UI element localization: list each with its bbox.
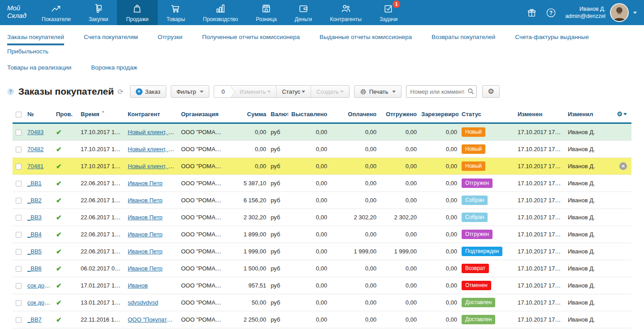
col-header-izmenen[interactable]: Изменен <box>514 106 565 123</box>
nav-item-wallet[interactable]: Деньги <box>285 0 321 25</box>
order-number-link[interactable]: _ВВ5 <box>27 248 42 255</box>
order-number-link[interactable]: _ВВ7 <box>27 316 42 323</box>
row-checkbox[interactable] <box>16 317 22 323</box>
table-row[interactable]: сок добр...✔13.01.2017 14:03sdvsdvdvsdОО… <box>13 294 631 311</box>
row-checkbox[interactable] <box>16 300 22 306</box>
row-checkbox[interactable] <box>16 147 22 152</box>
nav-item-store[interactable]: Розница <box>247 0 285 25</box>
status-badge[interactable]: Доставлен <box>462 298 495 307</box>
order-number-link[interactable]: 70481 <box>27 163 43 170</box>
tab-link[interactable]: Прибыльность <box>7 45 48 60</box>
nav-item-people[interactable]: Контрагенты <box>321 0 371 25</box>
contragent-link[interactable]: Новый клиент, источ... <box>128 129 178 135</box>
col-header-status[interactable]: Статус <box>458 106 514 123</box>
tab-link[interactable]: Возвраты покупателей <box>432 31 495 45</box>
table-row[interactable]: 70481✔17.10.2017 13:21Новый клиент, исто… <box>13 158 631 175</box>
close-icon[interactable]: ✕ <box>619 162 627 170</box>
contragent-link[interactable]: Иванов Петр <box>128 265 163 272</box>
row-checkbox[interactable] <box>16 164 22 170</box>
col-header-contragent[interactable]: Контрагент <box>125 106 178 123</box>
status-badge[interactable]: Отменен <box>462 281 491 290</box>
tab-link[interactable]: Полученные отчеты комиссионера <box>202 31 300 45</box>
col-header-zarezervirovano[interactable]: Зарезервиро... <box>418 106 458 123</box>
create-button[interactable]: Создать <box>311 86 349 97</box>
status-badge[interactable]: Отгружен <box>462 230 493 239</box>
col-header-summa[interactable]: Сумма <box>225 106 268 123</box>
col-header-vystavleno[interactable]: Выставлено с... <box>288 106 328 123</box>
help-icon[interactable]: ? <box>546 8 556 18</box>
contragent-link[interactable]: Иванов <box>128 282 148 289</box>
table-row[interactable]: _ВВ3✔22.06.2017 15:38Иванов ПетрООО "РОМ… <box>13 209 631 226</box>
tab-active[interactable]: Заказы покупателей <box>7 31 64 45</box>
col-header-valuta[interactable]: Валюта <box>268 106 288 123</box>
col-header-org[interactable]: Организация <box>178 106 225 123</box>
table-row[interactable]: 00001✔15.04.2016 12:05Розничный покупате… <box>13 328 631 331</box>
order-number-link[interactable]: _ВВ3 <box>27 214 42 221</box>
status-badge[interactable]: Подтвержден <box>462 247 502 256</box>
new-order-button[interactable]: + Заказ <box>130 85 166 98</box>
table-row[interactable]: сок добр...✔17.01.2017 10:47ИвановООО "Р… <box>13 277 631 294</box>
table-row[interactable]: _ВВ4✔22.06.2017 15:38Иванов ПетрООО "РОМ… <box>13 226 631 243</box>
status-button[interactable]: Статус <box>276 86 311 97</box>
col-header-proven[interactable]: Пров. <box>53 106 78 123</box>
row-checkbox[interactable] <box>16 198 22 204</box>
contragent-link[interactable]: Иванов Петр <box>128 180 163 187</box>
change-button[interactable]: Изменить <box>231 86 277 97</box>
nav-item-factory[interactable]: Производство <box>194 0 247 25</box>
nav-item-chart-line[interactable]: Показатели <box>33 0 80 25</box>
table-row[interactable]: _ВВ2✔22.06.2017 15:38Иванов ПетрООО "РОМ… <box>13 192 631 209</box>
order-number-link[interactable]: _ВВ2 <box>27 197 42 204</box>
table-row[interactable]: _ВВ5✔22.06.2017 15:38Иванов ПетрООО "РОМ… <box>13 243 631 260</box>
settings-button[interactable]: ⚙ <box>482 85 499 98</box>
print-button[interactable]: Печать <box>354 85 402 98</box>
contragent-link[interactable]: ООО "Покупатель" <box>128 316 178 323</box>
table-row[interactable]: _ВВ6✔06.02.2017 09:43Иванов ПетрООО "РОМ… <box>13 260 631 277</box>
status-badge[interactable]: Собран <box>462 196 488 205</box>
contragent-link[interactable]: Иванов Петр <box>128 197 163 204</box>
tab-link[interactable]: Счета-фактуры выданные <box>515 31 589 45</box>
order-number-link[interactable]: _ВВ4 <box>27 231 42 238</box>
status-badge[interactable]: Отгружен <box>462 179 493 188</box>
refresh-icon[interactable]: ⟳ <box>117 87 123 96</box>
tab-link[interactable]: Товары на реализации <box>7 61 71 76</box>
contragent-link[interactable]: Иванов Петр <box>128 231 163 238</box>
col-header-num[interactable]: № <box>24 106 53 123</box>
status-badge[interactable]: Собран <box>462 213 488 222</box>
contragent-link[interactable]: Иванов Петр <box>128 214 163 221</box>
table-row[interactable]: _ВВ7✔22.11.2016 18:17ООО "Покупатель"ООО… <box>13 311 631 328</box>
order-number-link[interactable]: _ВВ6 <box>27 265 42 272</box>
row-checkbox[interactable] <box>16 266 22 272</box>
row-checkbox[interactable] <box>16 215 22 221</box>
page-help-icon[interactable]: ? <box>7 88 14 95</box>
order-number-link[interactable]: 70483 <box>27 129 43 135</box>
row-checkbox[interactable] <box>16 232 22 238</box>
order-number-link[interactable]: 70482 <box>27 146 43 152</box>
tab-link[interactable]: Выданные отчеты комиссионера <box>320 31 412 45</box>
status-badge[interactable]: Новый <box>462 161 485 171</box>
user-menu[interactable]: Иванов Д. admin@denzzel <box>565 3 637 22</box>
order-number-link[interactable]: _ВВ1 <box>27 180 42 187</box>
table-row[interactable]: _ВВ1✔22.06.2017 15:38Иванов ПетрООО "РОМ… <box>13 175 631 192</box>
status-badge[interactable]: Возврат <box>462 264 489 273</box>
row-checkbox[interactable] <box>16 283 22 289</box>
status-badge[interactable]: Доставлен <box>462 315 495 324</box>
col-header-izmenil[interactable]: Изменил <box>565 106 610 123</box>
order-number-link[interactable]: сок добр... <box>27 282 53 289</box>
gift-icon[interactable] <box>527 8 537 18</box>
row-checkbox[interactable] <box>16 249 22 255</box>
col-header-oplacheno[interactable]: Оплачено <box>328 106 378 123</box>
app-logo[interactable]: Мой Склад <box>0 0 33 25</box>
col-header-time[interactable]: Время▼ <box>78 106 125 123</box>
tab-link[interactable]: Отгрузки <box>158 31 182 45</box>
nav-item-hand-truck[interactable]: Закупки <box>80 0 117 25</box>
search-icon[interactable] <box>467 88 474 96</box>
columns-gear-icon[interactable]: ⚙ <box>617 110 627 118</box>
nav-item-cart[interactable]: Товары <box>158 0 194 25</box>
tab-link[interactable]: Воронка продаж <box>91 61 137 76</box>
tab-link[interactable]: Счета покупателям <box>84 31 138 45</box>
contragent-link[interactable]: Новый клиент, источ... <box>128 146 178 152</box>
contragent-link[interactable]: Новый клиент, источ... <box>128 163 178 170</box>
row-checkbox[interactable] <box>16 181 22 187</box>
col-header-otgruzheno[interactable]: Отгружено <box>378 106 418 123</box>
table-row[interactable]: 70482✔17.10.2017 13:21Новый клиент, исто… <box>13 141 631 158</box>
